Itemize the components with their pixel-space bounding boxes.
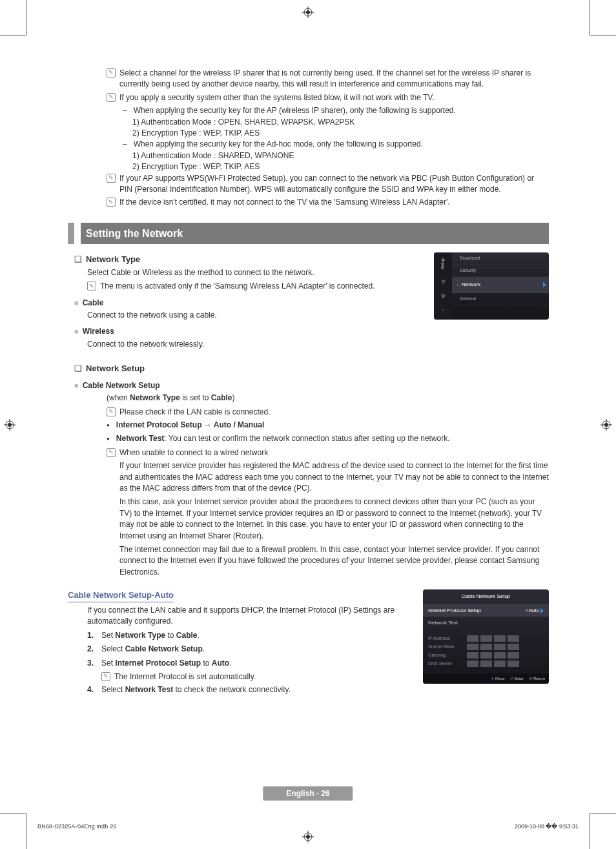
sub-note-line: 1) Authentication Mode : SHARED, WPANONE	[132, 150, 549, 161]
subsection-network-setup: Network Setup	[74, 363, 549, 375]
heading-text: Cable Network Setup	[83, 381, 160, 390]
bullet-item: Internet Protocol Setup → Auto / Manual	[107, 420, 549, 431]
note-icon	[107, 407, 116, 416]
b: Network Type	[115, 631, 165, 640]
field-ip: IP Address	[428, 635, 544, 642]
label: Gateway	[428, 652, 467, 659]
label: Internet Protocol Setup	[428, 607, 481, 615]
paragraph: In this case, ask your Internet service …	[119, 496, 549, 542]
text-bold: Internet Protocol Setup → Auto / Manual	[116, 420, 265, 429]
note-text: If your AP supports WPS(Wi-Fi Protected …	[119, 173, 549, 196]
note-icon	[87, 281, 96, 291]
crop-mark	[26, 813, 26, 849]
osd-row-nettest[interactable]: Network Test	[423, 617, 549, 629]
step-4: 4. Select Network Test to check the netw…	[87, 684, 549, 695]
text: When applying the security key for the A…	[134, 139, 423, 148]
step-text: Select Network Test to check the network…	[101, 684, 291, 695]
note-text: If the device isn't certified, it may no…	[119, 197, 450, 208]
subsection-wireless: Wireless	[74, 326, 549, 337]
sub-note-line: 1) Authentication Mode : OPEN, SHARED, W…	[132, 117, 549, 128]
osd-item-security[interactable]: Security	[452, 265, 549, 277]
step-text: Set Network Type to Cable.	[101, 630, 200, 641]
registration-mark-icon	[302, 831, 314, 843]
plug-icon: ⚙	[439, 278, 447, 286]
osd-fields: IP Address Subnet Mask Gateway DNS Serve…	[423, 629, 549, 673]
text-bold: Cable	[211, 393, 232, 402]
text: (when	[107, 393, 130, 402]
paragraph: If your Internet service provider has re…	[119, 460, 549, 494]
t: Select	[101, 644, 125, 653]
paragraph: If you connect the LAN cable and it supp…	[87, 605, 423, 628]
t: to	[201, 659, 212, 668]
t: to check the network connectivity.	[173, 685, 291, 694]
note-icon	[101, 672, 110, 681]
b: Network Test	[125, 685, 173, 694]
sub-note: When applying the security key for the A…	[123, 105, 549, 116]
t: .	[203, 644, 205, 653]
field-gateway: Gateway	[428, 652, 544, 659]
osd-item-broadcast[interactable]: Broadcast	[452, 252, 549, 265]
osd-footer: Move Enter Return	[423, 673, 549, 684]
hint-enter: Enter	[510, 676, 524, 682]
b: Cable	[176, 631, 198, 640]
bullet-item: Network Test: You can test or confirm th…	[107, 433, 549, 444]
text: )	[232, 393, 235, 402]
sub-note: When applying the security key for the A…	[123, 139, 549, 150]
text: : You can test or confirm the network co…	[164, 434, 449, 443]
chevron-right-icon	[543, 282, 546, 287]
page-footer: English - 26	[263, 786, 353, 801]
label: Network Test	[428, 619, 458, 627]
note-icon	[107, 174, 116, 183]
crop-mark	[26, 0, 26, 36]
subsection-cable-setup: Cable Network Setup	[74, 380, 549, 391]
text: When applying the security key for the A…	[134, 106, 456, 115]
osd-item-general[interactable]: General	[452, 293, 549, 305]
text-bold: Network Type	[130, 393, 180, 402]
crop-mark	[590, 0, 590, 36]
heading-text: Network Type	[86, 254, 140, 264]
t: .	[229, 659, 231, 668]
label: IP Address	[428, 635, 467, 642]
heading-cable-auto: Cable Network Setup-Auto	[68, 589, 174, 602]
t: Set	[101, 631, 115, 640]
note-text: If you apply a security system other tha…	[119, 92, 435, 103]
step-number: 2.	[87, 644, 101, 655]
label: Network	[462, 281, 480, 287]
b: Cable Network Setup	[125, 644, 203, 653]
osd-row-ips[interactable]: Internet Protocol Setup ◂Auto	[423, 604, 549, 617]
t: to	[165, 631, 176, 640]
value: Auto	[529, 607, 539, 615]
gear-icon: ✿	[439, 292, 447, 300]
note-text: When unable to connect to a wired networ…	[119, 447, 268, 458]
paragraph: Connect to the network wirelessly.	[87, 339, 549, 350]
imprint-right: 2009-10-08 �� 9:53:31	[515, 823, 579, 830]
note-icon	[107, 93, 116, 102]
note-text: The menu is activated only if the 'Samsu…	[100, 281, 375, 292]
t: Set	[101, 659, 115, 668]
sub-note-line: 2) Encryption Type : WEP, TKIP, AES	[132, 161, 549, 172]
note-icon	[107, 198, 116, 207]
text: is set to	[180, 393, 211, 402]
field-subnet: Subnet Mask	[428, 644, 544, 650]
note-text: The Internet Protocol is set automatical…	[114, 671, 256, 682]
osd-item-network[interactable]: ▸Network	[452, 277, 549, 293]
label: DNS Server	[428, 660, 467, 667]
rail-label: Setup	[440, 258, 446, 269]
note-icon	[107, 448, 116, 457]
crop-mark	[590, 813, 616, 813]
paragraph: The internet connection may fail due to …	[119, 544, 549, 578]
note-icon	[107, 68, 116, 77]
step-number: 4.	[87, 684, 101, 695]
registration-mark-icon	[601, 419, 612, 431]
label: Security	[460, 268, 476, 272]
crop-mark	[0, 36, 26, 36]
hint-move: Move	[491, 676, 505, 682]
step-text: Select Cable Network Setup.	[101, 644, 205, 655]
imprint-left: BN68-02325A-04Eng.indb 26	[37, 823, 117, 830]
t: Select	[101, 685, 125, 694]
osd-cable-network-setup: Cable Network Setup Internet Protocol Se…	[423, 589, 549, 684]
heading-text: Cable	[83, 298, 104, 307]
t: .	[198, 631, 200, 640]
hint-return: Return	[529, 676, 545, 682]
note-text: Please check if the LAN cable is connect…	[119, 407, 270, 418]
